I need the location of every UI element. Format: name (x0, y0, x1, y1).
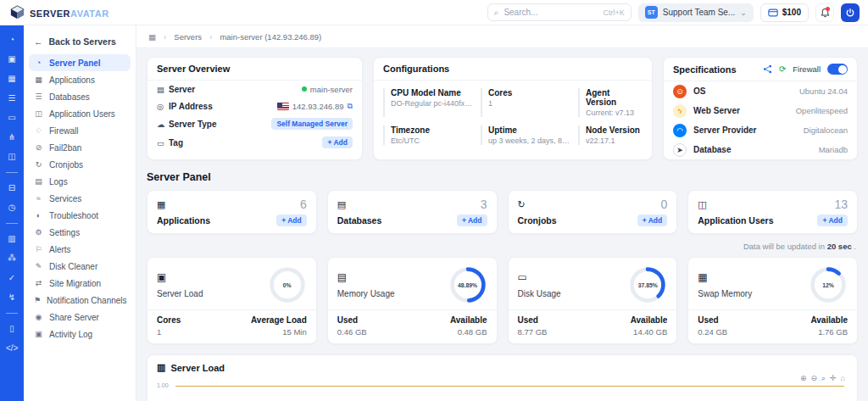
rail-monitoring-icon[interactable]: ▥ (6, 235, 18, 243)
chart-toolbar: ⊕ ⊖ ⌕ ✛ ⌂ (800, 374, 845, 383)
sidebar-item-label: Firewall (49, 126, 78, 136)
troubleshoot-icon: ◐ (34, 211, 43, 220)
chart-plot-area[interactable]: 1.00 (157, 385, 848, 401)
sidebar-item-firewall[interactable]: ♢ Firewall (29, 122, 131, 139)
spec-label: OS (693, 86, 705, 96)
sidebar-item-services[interactable]: ≈ Services (29, 190, 131, 207)
rail-network-icon[interactable]: ⋔ (6, 133, 18, 142)
rail-device-icon[interactable]: ▯ (6, 325, 18, 333)
rail-billing-icon[interactable]: ⊟ (6, 184, 18, 192)
disk-usage-gauge-card: ▭ Disk Usage 37.85% Used (508, 257, 678, 344)
sidebar-item-site-migration[interactable]: ⇄ Site Migration (29, 275, 131, 292)
config-node-version: Node Version v22.17.1 (578, 125, 643, 145)
search-icon: ⌕ (494, 8, 499, 18)
gauge-right-label: Available (810, 315, 848, 325)
sidebar-item-notification-channels[interactable]: ⚑ Notification Channels (29, 292, 131, 309)
gauge-percent: 37.85% (628, 265, 667, 304)
pan-icon[interactable]: ✛ (830, 374, 837, 383)
cronjobs-icon: ↻ (518, 199, 526, 210)
config-timezone: Timezone Etc/UTC (383, 125, 474, 145)
overview-row-tag: ▭ Tag + Add (147, 133, 362, 152)
config-label: Node Version (586, 125, 643, 135)
reset-zoom-home-icon[interactable]: ⌂ (841, 374, 845, 383)
add-application-button[interactable]: + Add (276, 214, 307, 226)
breadcrumb-current-server[interactable]: main-server (142.93.246.89) (220, 32, 321, 42)
notifications-button[interactable] (815, 3, 834, 22)
status-dot (302, 86, 307, 92)
add-database-button[interactable]: + Add (457, 214, 487, 226)
alerts-bell-icon: ⚐ (34, 245, 43, 253)
firewall-toggle[interactable] (827, 64, 848, 75)
rail-automation-icon[interactable]: ↯ (6, 293, 18, 302)
sidebar-item-cronjobs[interactable]: ↻ Cronjobs (29, 156, 131, 173)
rail-databases-icon[interactable]: ☰ (6, 94, 18, 103)
gauge-left-label: Used (518, 315, 548, 325)
search-input[interactable]: ⌕ Search... Ctrl+K (487, 3, 632, 21)
zoom-out-icon[interactable]: ⊖ (810, 374, 817, 383)
rail-disk-icon[interactable]: ▭ (6, 114, 18, 122)
balance-button[interactable]: $100 (760, 3, 809, 22)
applications-stat-card[interactable]: ▦ 6 Applications + Add (147, 190, 317, 234)
add-tag-button[interactable]: + Add (322, 136, 353, 148)
fail2ban-icon: ⊘ (34, 143, 43, 152)
sidebar-item-applications[interactable]: ▦ Applications (29, 71, 131, 88)
selection-zoom-icon[interactable]: ⌕ (821, 374, 826, 383)
rail-server-panel-icon[interactable]: ▣ (6, 55, 18, 64)
refresh-icon[interactable]: ⟳ (779, 64, 786, 74)
breadcrumb-home-icon[interactable]: ▦ (148, 32, 156, 42)
gauge-left-label: Cores (157, 315, 181, 325)
rail-code-icon[interactable]: </> (6, 344, 18, 353)
rail-divider (6, 313, 18, 314)
sidebar-item-databases[interactable]: ☰ Databases (29, 88, 131, 105)
serveravatar-logo[interactable]: SERVERAVATAR (10, 5, 109, 20)
rail-users-icon[interactable]: ◫ (6, 153, 18, 161)
add-cronjob-button[interactable]: + Add (637, 214, 668, 226)
zoom-in-icon[interactable]: ⊕ (800, 374, 807, 383)
sidebar-item-server-panel[interactable]: ◔ Server Panel (29, 54, 131, 71)
rail-uptime-icon[interactable]: ◷ (6, 203, 18, 212)
specifications-title: Specifications (673, 64, 737, 75)
user-menu[interactable]: ST Support Team Se... ⌄ (638, 3, 754, 22)
gauge-percent: 0% (268, 265, 307, 304)
sidebar-item-settings[interactable]: ⚙ Settings (29, 224, 131, 241)
rail-health-icon[interactable]: ✓ (6, 274, 18, 282)
settings-gear-icon: ⚙ (34, 228, 43, 237)
sidebar-item-alerts[interactable]: ⚐ Alerts (29, 241, 131, 258)
rail-dashboard-icon[interactable]: ◔ (6, 36, 18, 44)
configurations-title: Configurations (374, 58, 652, 81)
sidebar-item-troubleshoot[interactable]: ◐ Troubleshoot (29, 207, 131, 224)
breadcrumb-servers[interactable]: Servers (174, 32, 202, 42)
notification-channels-icon: ⚑ (34, 296, 41, 304)
server-load-gauge-card: ▣ Server Load 0% Cores (147, 257, 317, 344)
server-panel-heading: Server Panel (147, 171, 858, 183)
spec-row-server-provider: ◠ Server Provider Digitalocean (664, 120, 857, 140)
sidebar-item-label: Cronjobs (49, 160, 83, 170)
back-to-servers-link[interactable]: ← Back to Servers (29, 32, 131, 54)
load-series-line (175, 386, 844, 387)
sidebar-item-disk-cleaner[interactable]: ✎ Disk Cleaner (29, 258, 131, 275)
gauge-right-label: Average Load (251, 315, 307, 325)
sidebar-item-logs[interactable]: ▤ Logs (29, 173, 131, 190)
power-button[interactable] (841, 3, 860, 22)
gauge-title: Memory Usage (337, 289, 395, 298)
rail-divider (6, 223, 18, 224)
sidebar-item-application-users[interactable]: ◫ Application Users (29, 105, 131, 122)
sidebar-item-activity-log[interactable]: ▣ Activity Log (29, 326, 131, 343)
cronjobs-icon: ↻ (34, 160, 43, 169)
add-application-user-button[interactable]: + Add (817, 214, 848, 226)
gauge-left-label: Used (337, 315, 367, 325)
application-users-stat-card[interactable]: ◫ 13 Application Users + Add (687, 190, 858, 234)
spec-row-database: ➤ Database Mariadb (664, 140, 857, 159)
share-server-icon: ◉ (34, 313, 43, 321)
sidebar-item-label: Activity Log (49, 330, 92, 339)
sidebar-item-fail2ban[interactable]: ⊘ Fail2ban (29, 139, 131, 156)
rail-nodes-icon[interactable]: ⁂ (6, 254, 18, 263)
sidebar-item-label: Application Users (49, 109, 115, 119)
cronjobs-stat-card[interactable]: ↻ 0 Cronjobs + Add (508, 190, 678, 234)
share-icon[interactable] (763, 64, 772, 74)
databases-stat-card[interactable]: ▤ 3 Databases + Add (327, 190, 498, 234)
copy-icon[interactable]: ⧉ (348, 102, 353, 111)
sidebar-item-share-server[interactable]: ◉ Share Server (29, 309, 131, 326)
swap-memory-icon: ▦ (698, 271, 752, 283)
rail-applications-icon[interactable]: ▦ (6, 75, 18, 83)
